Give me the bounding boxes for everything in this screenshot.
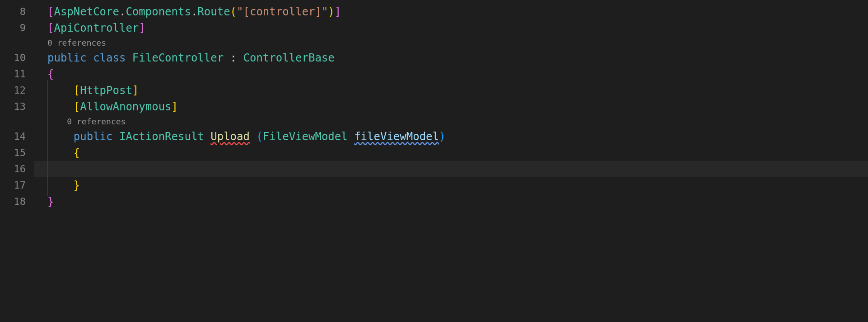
bracket-open: [ — [74, 84, 80, 97]
paren-close: ) — [439, 130, 445, 143]
method-name: Upload — [210, 130, 250, 143]
attribute-name: AllowAnonymous — [80, 100, 171, 113]
attribute-name: Route — [197, 5, 230, 18]
paren-open: ( — [230, 5, 237, 18]
codelens-gap — [0, 36, 34, 50]
line-number: 13 — [0, 99, 34, 115]
bracket-open: [ — [47, 5, 54, 18]
line-number: 8 — [0, 4, 34, 20]
codelens-references[interactable]: 0 references — [34, 115, 868, 128]
bracket-open: [ — [47, 22, 54, 34]
attribute-name: HttpPost — [80, 84, 132, 97]
line-number: 16 — [0, 161, 34, 177]
brace-open: { — [47, 68, 54, 80]
code-line[interactable]: } — [34, 177, 868, 194]
parameter-type: FileViewModel — [263, 130, 348, 143]
codelens-gap — [0, 115, 34, 128]
paren-close: ) — [328, 5, 334, 18]
line-number: 17 — [0, 177, 34, 194]
line-number: 10 — [0, 50, 34, 66]
keyword: class — [93, 52, 126, 64]
string-literal: "[controller]" — [237, 5, 328, 18]
code-line[interactable]: [HttpPost] — [34, 82, 868, 99]
paren-open: ( — [256, 130, 262, 143]
bracket-close: ] — [132, 84, 139, 97]
line-number: 14 — [0, 128, 34, 145]
keyword: public — [47, 52, 87, 64]
line-number: 12 — [0, 82, 34, 99]
code-editor[interactable]: 8 9 10 11 12 13 14 15 16 17 18 [AspNetCo… — [0, 0, 868, 322]
code-content-area[interactable]: [AspNetCore.Components.Route("[controlle… — [34, 0, 868, 322]
brace-open: { — [74, 147, 80, 159]
line-number: 9 — [0, 20, 34, 36]
code-line[interactable]: { — [34, 66, 868, 82]
colon: : — [230, 52, 237, 64]
code-line-current[interactable] — [34, 161, 868, 177]
line-number: 18 — [0, 194, 34, 210]
code-line[interactable]: [AllowAnonymous] — [34, 99, 868, 115]
class-name: FileController — [132, 52, 224, 64]
line-number: 11 — [0, 66, 34, 82]
brace-close: } — [47, 195, 54, 208]
bracket-close: ] — [139, 22, 145, 34]
line-number: 15 — [0, 145, 34, 161]
code-line[interactable]: [ApiController] — [34, 20, 868, 36]
dot: . — [191, 5, 197, 18]
code-line[interactable]: [AspNetCore.Components.Route("[controlle… — [34, 4, 868, 20]
base-class: ControllerBase — [243, 52, 335, 64]
line-number-gutter: 8 9 10 11 12 13 14 15 16 17 18 — [0, 0, 34, 322]
bracket-close: ] — [172, 100, 178, 113]
namespace: Components — [126, 5, 191, 18]
code-line[interactable]: public class FileController : Controller… — [34, 50, 868, 66]
code-line[interactable]: } — [34, 194, 868, 210]
code-line[interactable]: public IActionResult Upload (FileViewMod… — [34, 128, 868, 145]
brace-close: } — [74, 179, 80, 192]
namespace: AspNetCore — [54, 5, 119, 18]
return-type: IActionResult — [119, 130, 204, 143]
parameter-name: fileViewModel — [354, 130, 439, 143]
bracket-open: [ — [74, 100, 80, 113]
keyword: public — [74, 130, 113, 143]
code-line[interactable]: { — [34, 145, 868, 161]
dot: . — [119, 5, 126, 18]
codelens-references[interactable]: 0 references — [34, 36, 868, 50]
attribute-name: ApiController — [54, 22, 139, 34]
bracket-close: ] — [335, 5, 341, 18]
